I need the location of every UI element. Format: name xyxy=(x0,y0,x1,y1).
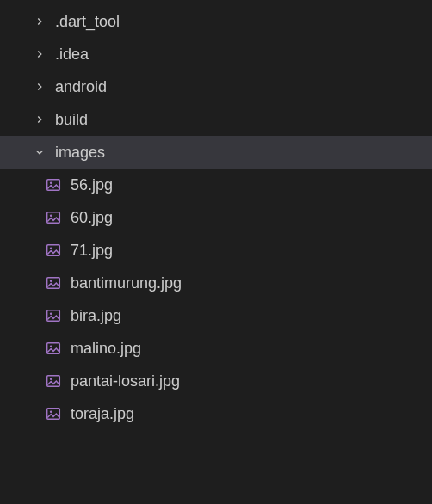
image-icon xyxy=(45,340,62,357)
file-label: malino.jpg xyxy=(71,340,141,358)
file-label: 71.jpg xyxy=(71,242,113,260)
svg-point-3 xyxy=(50,214,52,217)
folder-label: android xyxy=(55,78,107,96)
folder-label: images xyxy=(55,144,105,162)
svg-point-13 xyxy=(50,378,52,380)
chevron-down-icon xyxy=(31,144,48,161)
svg-point-7 xyxy=(50,280,52,282)
file-label: bantimurung.jpg xyxy=(71,274,182,292)
file-60-jpg[interactable]: 60.jpg xyxy=(0,201,432,234)
svg-point-11 xyxy=(50,345,52,347)
file-label: pantai-losari.jpg xyxy=(71,372,180,390)
image-icon xyxy=(45,209,62,226)
image-icon xyxy=(45,274,62,292)
file-malino-jpg[interactable]: malino.jpg xyxy=(0,332,432,365)
image-icon xyxy=(45,307,62,324)
svg-point-15 xyxy=(50,410,52,413)
file-toraja-jpg[interactable]: toraja.jpg xyxy=(0,397,432,430)
file-tree: .dart_tool .idea android build xyxy=(0,5,432,430)
chevron-right-icon xyxy=(31,13,48,30)
file-label: 56.jpg xyxy=(71,176,113,194)
svg-point-5 xyxy=(50,247,52,249)
folder-images[interactable]: images xyxy=(0,136,432,169)
image-icon xyxy=(45,372,62,390)
file-label: toraja.jpg xyxy=(71,405,134,423)
folder-android[interactable]: android xyxy=(0,71,432,103)
file-bira-jpg[interactable]: bira.jpg xyxy=(0,299,432,332)
file-pantai-losari-jpg[interactable]: pantai-losari.jpg xyxy=(0,365,432,397)
folder-dart-tool[interactable]: .dart_tool xyxy=(0,5,432,38)
svg-point-9 xyxy=(50,312,52,315)
file-bantimurung-jpg[interactable]: bantimurung.jpg xyxy=(0,267,432,299)
folder-label: build xyxy=(55,111,88,129)
image-icon xyxy=(45,405,62,422)
folder-idea[interactable]: .idea xyxy=(0,38,432,71)
image-icon xyxy=(45,176,62,194)
chevron-right-icon xyxy=(31,111,48,128)
file-56-jpg[interactable]: 56.jpg xyxy=(0,169,432,201)
folder-label: .dart_tool xyxy=(55,13,120,31)
folder-label: .idea xyxy=(55,46,89,64)
file-label: 60.jpg xyxy=(71,209,113,227)
chevron-right-icon xyxy=(31,46,48,63)
folder-build[interactable]: build xyxy=(0,103,432,136)
svg-point-1 xyxy=(50,181,52,184)
image-icon xyxy=(45,242,62,259)
file-71-jpg[interactable]: 71.jpg xyxy=(0,234,432,267)
file-label: bira.jpg xyxy=(71,307,121,325)
chevron-right-icon xyxy=(31,78,48,95)
